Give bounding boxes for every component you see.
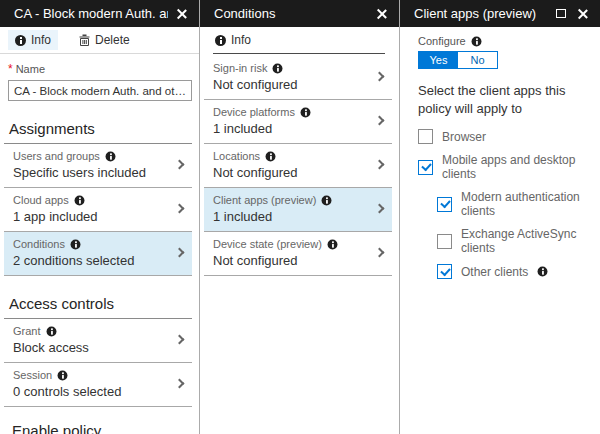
- delete-button[interactable]: Delete: [72, 30, 137, 50]
- info-icon: [215, 35, 226, 46]
- row-value: 1 app included: [13, 209, 170, 224]
- info-button-label: Info: [31, 33, 51, 47]
- row-value: 1 included: [213, 209, 370, 224]
- info-button-label: Info: [231, 33, 251, 47]
- row-conditions[interactable]: Conditions 2 conditions selected: [4, 232, 192, 276]
- info-icon: [471, 36, 481, 46]
- info-icon: [322, 195, 332, 205]
- blade-policy-header: CA - Block modern Auth. and ot...: [0, 0, 199, 27]
- info-button[interactable]: Info: [8, 30, 58, 50]
- row-client-apps[interactable]: Client apps (preview) 1 included: [204, 188, 392, 232]
- info-icon: [327, 239, 337, 249]
- checkbox-icon: [418, 129, 433, 144]
- close-button[interactable]: [374, 6, 390, 22]
- row-value: 2 conditions selected: [13, 253, 170, 268]
- row-label: Sign-in risk: [213, 62, 267, 74]
- checkbox-icon: [437, 264, 452, 279]
- checkbox-label: Mobile apps and desktop clients: [442, 153, 590, 181]
- checkbox-icon: [418, 160, 433, 175]
- maximize-icon: [556, 9, 566, 18]
- row-value: Not configured: [213, 165, 370, 180]
- row-session[interactable]: Session 0 controls selected: [4, 363, 192, 407]
- maximize-button[interactable]: [553, 6, 569, 22]
- info-icon: [71, 239, 81, 249]
- chevron-right-icon: [175, 378, 185, 388]
- configure-toggle: Yes No: [418, 51, 498, 69]
- row-users-and-groups[interactable]: Users and groups Specific users included: [4, 144, 192, 188]
- chevron-right-icon: [175, 334, 185, 344]
- close-button[interactable]: [575, 6, 591, 22]
- blade-conditions-header: Conditions: [200, 0, 399, 27]
- chevron-right-icon: [175, 203, 185, 213]
- chevron-right-icon: [175, 247, 185, 257]
- delete-button-label: Delete: [95, 33, 130, 47]
- blade-policy: CA - Block modern Auth. and ot... Info D…: [0, 0, 200, 434]
- close-button[interactable]: [174, 6, 190, 22]
- info-icon: [15, 35, 26, 46]
- client-apps-options: Browser Mobile apps and desktop clients …: [418, 129, 590, 279]
- chevron-right-icon: [375, 247, 385, 257]
- checkbox-mobile-apps-and-desktop-clients[interactable]: Mobile apps and desktop clients: [418, 153, 590, 181]
- info-icon: [300, 107, 310, 117]
- client-apps-content: Configure Yes No Select the client apps …: [400, 27, 600, 279]
- conditions-toolbar: Info: [200, 27, 399, 53]
- conditions-list: Sign-in risk Not configured Device platf…: [204, 56, 392, 276]
- row-label: Cloud apps: [13, 194, 69, 206]
- row-value: Block access: [13, 340, 170, 355]
- row-label: Users and groups: [13, 150, 100, 162]
- checkbox-label: Modern authentication clients: [461, 190, 590, 218]
- checkbox-icon: [437, 234, 452, 249]
- assignments-heading: Assignments: [4, 117, 192, 144]
- access-controls-section: Access controls Grant Block access Sessi…: [4, 292, 192, 407]
- chevron-right-icon: [375, 159, 385, 169]
- toggle-no-segment[interactable]: No: [458, 52, 497, 68]
- row-value: 1 included: [213, 121, 370, 136]
- checkbox-label: Exchange ActiveSync clients: [461, 227, 590, 255]
- name-field[interactable]: [8, 80, 192, 101]
- checkbox-label: Other clients: [461, 265, 528, 279]
- blade-client-apps: Client apps (preview) Configure Yes No S…: [400, 0, 600, 434]
- row-device-platforms[interactable]: Device platforms 1 included: [204, 100, 392, 144]
- row-value: 0 controls selected: [13, 384, 170, 399]
- info-icon: [105, 151, 115, 161]
- row-label: Session: [13, 369, 52, 381]
- row-value: Not configured: [213, 253, 370, 268]
- checkbox-other-clients[interactable]: Other clients: [437, 264, 590, 279]
- blade-conditions-title: Conditions: [214, 6, 368, 21]
- row-label: Device platforms: [213, 106, 295, 118]
- row-cloud-apps[interactable]: Cloud apps 1 app included: [4, 188, 192, 232]
- row-sign-in-risk[interactable]: Sign-in risk Not configured: [204, 56, 392, 100]
- chevron-right-icon: [375, 203, 385, 213]
- checkbox-label: Browser: [442, 130, 486, 144]
- azure-blades: CA - Block modern Auth. and ot... Info D…: [0, 0, 600, 434]
- info-icon: [266, 151, 276, 161]
- enable-policy-heading: Enable policy: [12, 422, 199, 434]
- row-value: Specific users included: [13, 165, 170, 180]
- close-icon: [578, 9, 588, 19]
- row-label: Locations: [213, 150, 260, 162]
- row-grant[interactable]: Grant Block access: [4, 319, 192, 363]
- row-value: Not configured: [213, 77, 370, 92]
- row-label: Device state (preview): [213, 238, 322, 250]
- chevron-right-icon: [375, 71, 385, 81]
- info-icon: [74, 195, 84, 205]
- assignments-section: Assignments Users and groups Specific us…: [4, 117, 192, 276]
- enable-policy-block: Enable policy On Off: [12, 422, 199, 434]
- checkbox-exchange-activesync-clients[interactable]: Exchange ActiveSync clients: [437, 227, 590, 255]
- row-label: Grant: [13, 325, 41, 337]
- row-device-state[interactable]: Device state (preview) Not configured: [204, 232, 392, 276]
- checkbox-icon: [437, 197, 452, 212]
- checkbox-modern-authentication-clients[interactable]: Modern authentication clients: [437, 190, 590, 218]
- toggle-yes-segment[interactable]: Yes: [419, 52, 458, 68]
- info-button[interactable]: Info: [208, 30, 258, 50]
- blade-client-apps-header: Client apps (preview): [400, 0, 600, 27]
- policy-toolbar: Info Delete: [0, 27, 199, 53]
- info-icon: [46, 326, 56, 336]
- blade-client-apps-title: Client apps (preview): [414, 6, 547, 21]
- client-apps-description: Select the client apps this policy will …: [418, 82, 594, 117]
- info-icon: [273, 63, 283, 73]
- chevron-right-icon: [375, 115, 385, 125]
- info-icon: [58, 370, 68, 380]
- checkbox-browser[interactable]: Browser: [418, 129, 590, 144]
- row-locations[interactable]: Locations Not configured: [204, 144, 392, 188]
